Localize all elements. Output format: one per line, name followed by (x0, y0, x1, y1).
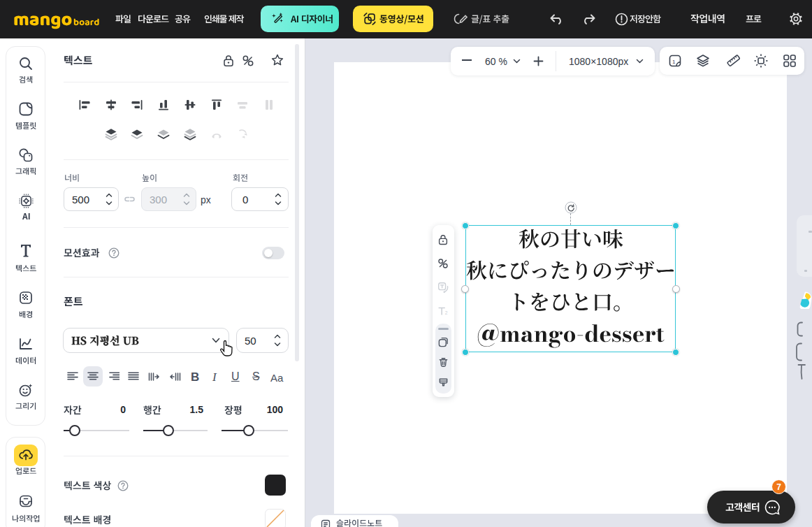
svg-text:2: 2 (445, 310, 448, 315)
svg-text:1: 1 (672, 59, 676, 65)
